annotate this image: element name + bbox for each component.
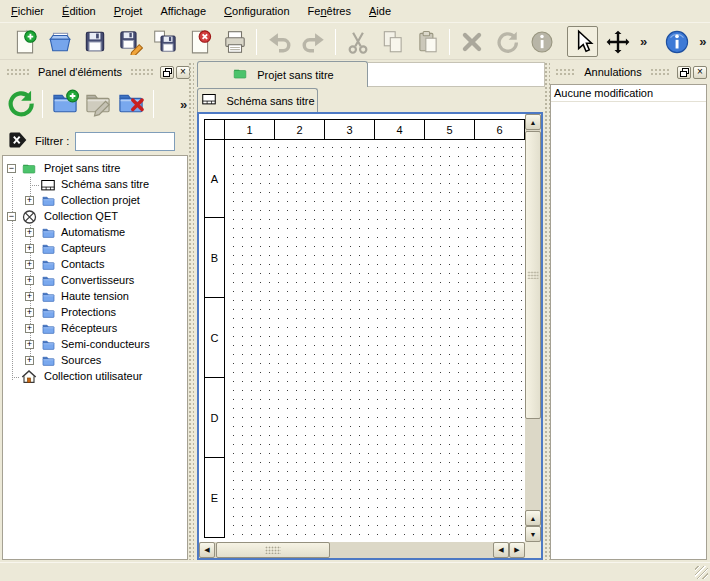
undo-panel-title: Annulations bbox=[580, 66, 646, 78]
filter-label: Filtrer : bbox=[35, 135, 69, 147]
tree-item-semi-conducteurs[interactable]: +Semi-conducteurs bbox=[3, 337, 187, 353]
elements-panel-titlebar[interactable]: Panel d'éléments × bbox=[2, 62, 190, 82]
window-resize-grip[interactable] bbox=[695, 566, 708, 579]
tree-expander-plus[interactable]: + bbox=[25, 228, 34, 237]
tab-diagram[interactable]: Schéma sans titre bbox=[197, 88, 318, 112]
menu-fichier[interactable]: Fichier bbox=[2, 2, 53, 20]
vertical-scrollbar-thumb[interactable] bbox=[525, 131, 541, 419]
tree-expander-plus[interactable]: + bbox=[25, 276, 34, 285]
tree-item-schema-sans-titre[interactable]: Schéma sans titre bbox=[3, 177, 187, 193]
elements-tree[interactable]: −Projet sans titreSchéma sans titre+Coll… bbox=[2, 155, 188, 560]
tree-item-sources[interactable]: +Sources bbox=[3, 353, 187, 369]
paste-button bbox=[412, 26, 443, 57]
tree-item-collection-qet[interactable]: −Collection QET bbox=[3, 209, 187, 225]
new-category-button[interactable] bbox=[51, 89, 79, 119]
vertical-scrollbar[interactable]: ▲ ▲ ▼ bbox=[525, 114, 541, 542]
undo-list-item[interactable]: Aucune modification bbox=[551, 85, 706, 102]
scroll-up-button[interactable]: ▲ bbox=[525, 510, 541, 526]
tree-item-recepteurs[interactable]: +Récepteurs bbox=[3, 321, 187, 337]
copy-button bbox=[377, 26, 408, 57]
tree-item-label: Projet sans titre bbox=[44, 162, 120, 174]
close-dock-button[interactable]: × bbox=[693, 66, 707, 79]
menu-fenetres[interactable]: Fenêtres bbox=[299, 2, 360, 20]
help-overflow-button[interactable]: » bbox=[695, 32, 710, 51]
open-button[interactable] bbox=[44, 26, 75, 57]
reload-collections-button[interactable] bbox=[6, 89, 34, 119]
scroll-up-icon: ▲ bbox=[530, 119, 537, 126]
delete-category-button[interactable] bbox=[117, 89, 145, 119]
tree-expander-plus[interactable]: + bbox=[25, 340, 34, 349]
tree-item-label: Automatisme bbox=[61, 226, 125, 238]
tree-expander-plus[interactable]: + bbox=[25, 324, 34, 333]
print-button[interactable] bbox=[219, 26, 250, 57]
tree-item-collection-projet[interactable]: +Collection projet bbox=[3, 193, 187, 209]
tree-item-contacts[interactable]: +Contacts bbox=[3, 257, 187, 273]
float-dock-button[interactable] bbox=[677, 66, 691, 79]
dock-texture bbox=[650, 68, 671, 76]
tree-expander-minus[interactable]: − bbox=[7, 164, 16, 173]
save-as-button[interactable] bbox=[114, 26, 145, 57]
tree-item-capteurs[interactable]: +Capteurs bbox=[3, 241, 187, 257]
scroll-left-button[interactable]: ◀ bbox=[199, 542, 215, 558]
project-tab-label: Projet sans titre bbox=[257, 69, 333, 81]
elements-panel-dock: Panel d'éléments × » Filtrer : −Projet s… bbox=[0, 60, 193, 562]
tools-toolbar-group bbox=[567, 26, 633, 57]
tree-item-projet-sans-titre[interactable]: −Projet sans titre bbox=[3, 161, 187, 177]
folder-icon bbox=[39, 353, 57, 369]
undo-icon bbox=[266, 29, 292, 55]
float-dock-button[interactable] bbox=[160, 66, 174, 79]
clear-filter-icon[interactable] bbox=[7, 130, 29, 152]
menu-affichage[interactable]: Affichage bbox=[151, 2, 215, 20]
undo-history-list[interactable]: Aucune modification bbox=[550, 84, 707, 560]
tree-expander-plus[interactable]: + bbox=[25, 244, 34, 253]
save-all-button[interactable] bbox=[149, 26, 180, 57]
delete-button bbox=[456, 26, 487, 57]
about-button[interactable] bbox=[661, 26, 692, 57]
tree-expander-minus[interactable]: − bbox=[7, 212, 16, 221]
undo-panel-dock: Annulations × Aucune modification bbox=[548, 60, 710, 562]
scroll-down-icon: ▼ bbox=[530, 531, 537, 538]
scroll-down-button[interactable]: ▼ bbox=[525, 526, 541, 542]
toolbar-row: » » bbox=[0, 24, 710, 60]
edit-category-button[interactable] bbox=[84, 89, 112, 119]
save-button[interactable] bbox=[79, 26, 110, 57]
select-cursor-button[interactable] bbox=[567, 26, 598, 57]
scrollbar-grip bbox=[528, 271, 539, 279]
tree-expander-plus[interactable]: + bbox=[25, 292, 34, 301]
tree-expander-plus[interactable]: + bbox=[25, 196, 34, 205]
menu-aide[interactable]: Aide bbox=[360, 2, 400, 20]
scroll-left-button[interactable]: ◀ bbox=[493, 542, 509, 558]
tree-expander-plus[interactable]: + bbox=[25, 260, 34, 269]
tree-item-label: Schéma sans titre bbox=[61, 178, 149, 190]
tree-expander-plus[interactable]: + bbox=[25, 356, 34, 365]
open-icon bbox=[47, 29, 73, 55]
move-button[interactable] bbox=[602, 26, 633, 57]
menu-projet[interactable]: Projet bbox=[105, 2, 152, 20]
diagram-canvas[interactable]: 123456ABCDE bbox=[199, 114, 541, 558]
scroll-right-button[interactable]: ▶ bbox=[509, 542, 525, 558]
horizontal-scrollbar-thumb[interactable] bbox=[216, 542, 330, 558]
undo-panel-titlebar[interactable]: Annulations × bbox=[551, 62, 707, 82]
save-icon bbox=[82, 29, 108, 55]
clipboard-toolbar-group bbox=[342, 26, 443, 57]
tree-item-protections[interactable]: +Protections bbox=[3, 305, 187, 321]
tree-item-haute-tension[interactable]: +Haute tension bbox=[3, 289, 187, 305]
tab-project[interactable]: Projet sans titre bbox=[197, 61, 368, 87]
cut-button bbox=[342, 26, 373, 57]
new-document-button[interactable] bbox=[9, 26, 40, 57]
menu-configuration[interactable]: Configuration bbox=[215, 2, 298, 20]
tree-item-convertisseurs[interactable]: +Convertisseurs bbox=[3, 273, 187, 289]
toolbar-separator bbox=[256, 29, 257, 55]
horizontal-scrollbar[interactable]: ◀ ◀ ▶ bbox=[199, 542, 525, 558]
menu-edition[interactable]: Édition bbox=[53, 2, 105, 20]
menu-bar: FichierÉditionProjetAffichageConfigurati… bbox=[0, 0, 710, 23]
filter-input[interactable] bbox=[75, 132, 175, 151]
scroll-up-button[interactable]: ▲ bbox=[525, 114, 541, 130]
diagram-row-header: A bbox=[204, 139, 225, 218]
tools-overflow-button[interactable]: » bbox=[636, 32, 651, 51]
left-splitter-handle[interactable] bbox=[188, 62, 194, 560]
tree-item-automatisme[interactable]: +Automatisme bbox=[3, 225, 187, 241]
tree-expander-plus[interactable]: + bbox=[25, 308, 34, 317]
tree-item-collection-utilisateur[interactable]: Collection utilisateur bbox=[3, 369, 187, 385]
close-file-button[interactable] bbox=[184, 26, 215, 57]
